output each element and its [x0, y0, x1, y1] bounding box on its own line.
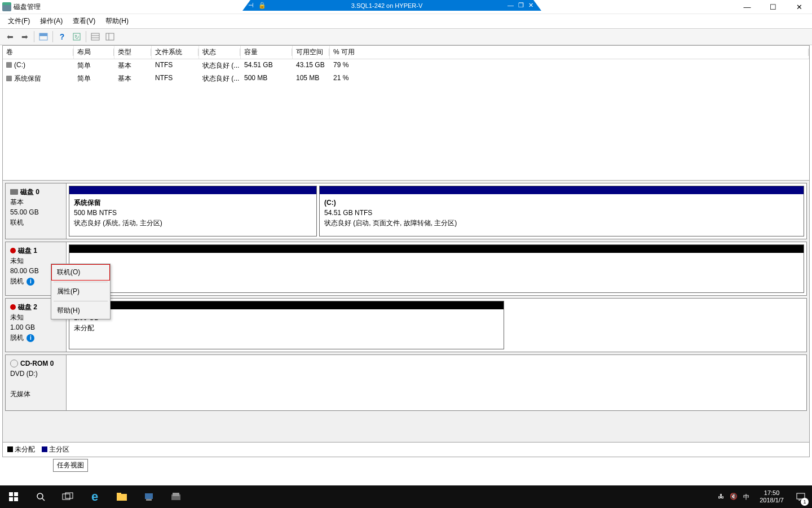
svg-rect-9 — [9, 492, 13, 496]
vm-title: 3.SQL1-242 on HYPER-V — [351, 2, 423, 9]
volume-icon — [6, 62, 12, 68]
disk-row-2[interactable]: 磁盘 2 未知 1.00 GB 脱机 i 1.00 GB未分配 — [5, 298, 807, 352]
vm-connection-bar[interactable]: ⊣ 🔒 3.SQL1-242 on HYPER-V — ❐ ✕ — [242, 0, 541, 11]
col-free[interactable]: 可用空间 — [293, 46, 330, 59]
clock-date: 2018/1/7 — [760, 497, 784, 504]
taskbar: e 🖧 🔇 中 17:50 2018/1/7 1 — [0, 485, 812, 508]
partition-header — [69, 301, 504, 309]
partition-unallocated[interactable]: 1.00 GB未分配 — [69, 301, 504, 349]
svg-rect-20 — [146, 499, 152, 501]
explorer-button[interactable] — [108, 485, 135, 508]
disk-graphical-view: 磁盘 0 基本 55.00 GB 联机 系统保留500 MB NTFS状态良好 … — [3, 180, 809, 442]
ime-indicator[interactable]: 中 — [743, 493, 749, 501]
svg-rect-10 — [14, 492, 18, 496]
window-titlebar: 磁盘管理 ⊣ 🔒 3.SQL1-242 on HYPER-V — ❐ ✕ — ☐… — [0, 0, 812, 14]
refresh-button[interactable]: ↻ — [70, 30, 83, 43]
volume-icon — [6, 76, 12, 81]
menu-help[interactable]: 帮助(H) — [101, 15, 133, 27]
pin-icon[interactable]: ⊣ — [248, 2, 254, 9]
vm-restore-icon[interactable]: ❐ — [518, 2, 524, 9]
svg-rect-22 — [173, 493, 179, 496]
start-button[interactable] — [0, 485, 27, 508]
volume-icon[interactable]: 🔇 — [730, 493, 738, 501]
svg-rect-7 — [106, 33, 114, 40]
clock-time: 17:50 — [760, 489, 784, 497]
help-button[interactable]: ? — [55, 30, 69, 43]
list-view-button[interactable] — [89, 30, 102, 43]
maximize-button[interactable]: ☐ — [760, 0, 786, 14]
legend-unalloc-swatch — [7, 446, 13, 452]
clock[interactable]: 17:50 2018/1/7 — [754, 489, 789, 504]
action-center-button[interactable]: 1 — [789, 485, 812, 508]
vm-minimize-icon[interactable]: — — [508, 2, 514, 9]
disk-row-cdrom[interactable]: CD-ROM 0 DVD (D:) 无媒体 — [5, 354, 807, 411]
legend-primary-swatch — [42, 446, 47, 452]
search-button[interactable] — [27, 485, 54, 508]
partition-header — [320, 186, 804, 194]
volume-row[interactable]: 系统保留 简单 基本 NTFS 状态良好 (... 500 MB 105 MB … — [3, 72, 809, 85]
svg-rect-12 — [14, 497, 18, 501]
partition-header — [69, 186, 316, 194]
context-online[interactable]: 联机(O) — [51, 264, 110, 281]
svg-rect-19 — [145, 493, 153, 499]
menu-bar: 文件(F) 操作(A) 查看(V) 帮助(H) — [0, 14, 812, 28]
volume-row[interactable]: (C:) 简单 基本 NTFS 状态良好 (... 54.51 GB 43.15… — [3, 59, 809, 72]
col-volume[interactable]: 卷 — [3, 46, 74, 59]
disk-row-0[interactable]: 磁盘 0 基本 55.00 GB 联机 系统保留500 MB NTFS状态良好 … — [5, 183, 807, 239]
menu-view[interactable]: 查看(V) — [68, 15, 100, 27]
partition-unallocated[interactable] — [69, 244, 804, 293]
context-properties[interactable]: 属性(P) — [51, 283, 110, 300]
network-icon[interactable]: 🖧 — [718, 493, 724, 501]
disk-label[interactable]: CD-ROM 0 DVD (D:) 无媒体 — [6, 355, 67, 410]
cdrom-icon — [10, 360, 18, 367]
partition-system-reserved[interactable]: 系统保留500 MB NTFS状态良好 (系统, 活动, 主分区) — [69, 186, 317, 237]
svg-rect-4 — [91, 33, 99, 40]
col-capacity[interactable]: 容量 — [241, 46, 293, 59]
svg-line-14 — [42, 498, 45, 501]
info-icon[interactable]: i — [27, 278, 34, 286]
svg-rect-11 — [9, 497, 13, 501]
info-icon[interactable]: i — [27, 334, 34, 342]
forward-button[interactable]: ➡ — [18, 30, 32, 43]
system-tray[interactable]: 🖧 🔇 中 — [713, 493, 754, 501]
view-top-button[interactable] — [37, 30, 50, 43]
col-filesystem[interactable]: 文件系统 — [152, 46, 199, 59]
close-button[interactable]: ✕ — [786, 0, 812, 14]
vm-close-icon[interactable]: ✕ — [528, 2, 533, 9]
context-help[interactable]: 帮助(H) — [51, 303, 110, 319]
svg-rect-1 — [39, 33, 47, 36]
disk-icon — [10, 189, 18, 195]
disk-label[interactable]: 磁盘 0 基本 55.00 GB 联机 — [6, 183, 67, 239]
partition-c[interactable]: (C:)54.51 GB NTFS状态良好 (启动, 页面文件, 故障转储, 主… — [319, 186, 804, 237]
col-layout[interactable]: 布局 — [74, 46, 114, 59]
col-percent[interactable]: % 可用 — [330, 46, 809, 59]
server-manager-button[interactable] — [135, 485, 162, 508]
minimize-button[interactable]: — — [734, 0, 760, 14]
col-status[interactable]: 状态 — [199, 46, 241, 59]
svg-text:↻: ↻ — [74, 34, 79, 40]
menu-action[interactable]: 操作(A) — [36, 15, 67, 27]
back-button[interactable]: ⬅ — [3, 30, 17, 43]
taskview-button[interactable] — [54, 485, 81, 508]
disk-error-icon — [10, 304, 16, 310]
col-type[interactable]: 类型 — [114, 46, 152, 59]
legend-primary-label: 主分区 — [49, 445, 69, 453]
lock-icon: 🔒 — [258, 2, 266, 9]
ie-button[interactable]: e — [81, 485, 108, 508]
disk-row-1[interactable]: 磁盘 1 未知 80.00 GB 脱机 i — [5, 242, 807, 296]
partition-header — [69, 245, 804, 253]
content-pane: 卷 布局 类型 文件系统 状态 容量 可用空间 % 可用 (C:) 简单 基本 … — [2, 45, 810, 457]
app-icon — [2, 2, 11, 11]
legend-unalloc-label: 未分配 — [15, 445, 35, 453]
graphic-view-button[interactable] — [103, 30, 117, 43]
toolbar: ⬅ ➡ ? ↻ — [0, 28, 812, 45]
hyperv-button[interactable] — [162, 485, 189, 508]
app-title: 磁盘管理 — [14, 2, 41, 12]
svg-rect-18 — [117, 493, 121, 495]
notification-badge: 1 — [801, 498, 809, 506]
tooltip: 任务视图 — [53, 459, 88, 472]
volume-name: (C:) — [14, 61, 25, 69]
context-menu: 联机(O) 属性(P) 帮助(H) — [51, 264, 111, 319]
volume-list[interactable]: 卷 布局 类型 文件系统 状态 容量 可用空间 % 可用 (C:) 简单 基本 … — [3, 46, 809, 180]
menu-file[interactable]: 文件(F) — [3, 15, 34, 27]
